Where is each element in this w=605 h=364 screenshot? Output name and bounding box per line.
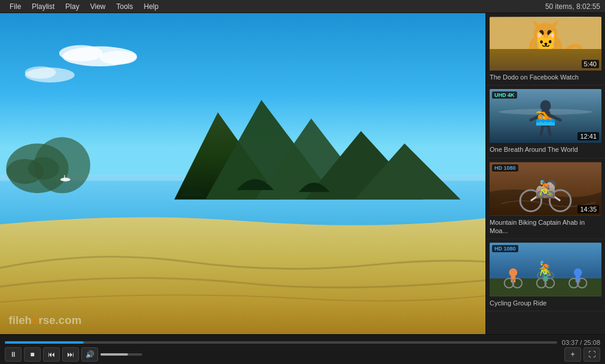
svg-rect-11 <box>64 175 65 180</box>
svg-point-23 <box>544 36 548 38</box>
svg-point-5 <box>25 66 56 79</box>
volume-slider[interactable] <box>100 353 142 356</box>
thumb-badge-hd2: HD 1080 <box>492 245 518 252</box>
svg-point-18 <box>534 23 557 44</box>
thumb-badge-uhd: UHD 4K <box>492 91 517 99</box>
progress-row: 03:37 / 25:08 <box>5 337 600 347</box>
volume-fill <box>100 353 128 356</box>
thumb-badge-hd: HD 1080 <box>492 164 518 172</box>
status-info: 50 items, 8:02:55 <box>545 2 600 11</box>
add-button[interactable]: + <box>564 347 581 362</box>
menu-view[interactable]: View <box>85 1 111 12</box>
svg-point-45 <box>574 268 582 277</box>
menu-playlist[interactable]: Playlist <box>27 1 59 12</box>
menu-tools[interactable]: Tools <box>112 1 138 12</box>
thumbnail: HD 1080 <box>490 243 601 296</box>
svg-point-17 <box>529 33 562 59</box>
video-area[interactable]: filehorse.com <box>0 13 485 334</box>
svg-point-26 <box>540 100 551 112</box>
fullscreen-button[interactable]: ⛶ <box>583 347 600 362</box>
svg-line-30 <box>541 127 543 136</box>
svg-point-10 <box>60 178 71 181</box>
svg-line-31 <box>548 127 550 136</box>
menu-play[interactable]: Play <box>60 1 84 12</box>
item-title: Mountain Biking Captain Ahab in Moa... <box>490 218 601 235</box>
main-content: filehorse.com <box>0 13 605 334</box>
item-title: The Dodo on Facebook Watch <box>490 73 601 81</box>
playlist-item[interactable]: 5:40 The Dodo on Facebook Watch <box>486 13 605 85</box>
svg-point-3 <box>100 51 137 65</box>
svg-point-41 <box>509 268 517 277</box>
svg-point-13 <box>28 157 59 179</box>
item-title: One Breath Around The World <box>490 145 601 154</box>
progress-track[interactable] <box>5 341 557 344</box>
playlist-item[interactable]: HD 1080 Cycling Group Ride <box>486 239 605 311</box>
svg-point-2 <box>59 45 103 62</box>
svg-point-22 <box>547 30 552 36</box>
menu-bar: File Playlist Play View Tools Help 50 it… <box>0 0 605 13</box>
playlist-item[interactable]: UHD 4K 12:41 One Breath Around The World <box>486 85 605 158</box>
thumbnail: HD 1080 14:35 <box>490 162 601 216</box>
prev-button[interactable]: ⏮ <box>43 347 60 362</box>
playlist-panel[interactable]: 5:40 The Dodo on Facebook Watch <box>485 13 605 334</box>
volume-button[interactable]: 🔊 <box>81 347 98 362</box>
svg-rect-27 <box>541 111 551 127</box>
video-display: filehorse.com <box>0 13 485 334</box>
svg-point-25 <box>499 109 592 115</box>
svg-point-43 <box>542 267 550 276</box>
svg-point-38 <box>546 180 556 189</box>
time-display: 03:37 / 25:08 <box>562 339 600 346</box>
buttons-row: ⏸ ■ ⏮ ⏭ 🔊 + ⛶ <box>5 347 600 362</box>
thumb-duration: 14:35 <box>578 205 599 213</box>
progress-fill <box>5 341 84 344</box>
thumbnail: UHD 4K 12:41 <box>490 89 601 143</box>
svg-point-21 <box>539 30 544 36</box>
menu-file[interactable]: File <box>5 1 26 12</box>
thumb-duration: 12:41 <box>578 132 599 140</box>
menu-help[interactable]: Help <box>139 1 164 12</box>
controls-bar: 03:37 / 25:08 ⏸ ■ ⏮ ⏭ 🔊 + ⛶ <box>0 334 605 364</box>
thumb-duration: 5:40 <box>582 60 599 68</box>
menu-items: File Playlist Play View Tools Help <box>5 1 163 12</box>
item-title: Cycling Group Ride <box>490 299 601 307</box>
stop-button[interactable]: ■ <box>24 347 41 362</box>
next-button[interactable]: ⏭ <box>62 347 79 362</box>
thumbnail: 5:40 <box>490 17 601 71</box>
playlist-item[interactable]: HD 1080 14:35 Mountain Biking Captain Ah… <box>486 158 605 240</box>
svg-text:filehorse.com: filehorse.com <box>9 314 82 326</box>
svg-line-37 <box>538 191 552 195</box>
pause-button[interactable]: ⏸ <box>5 347 22 362</box>
